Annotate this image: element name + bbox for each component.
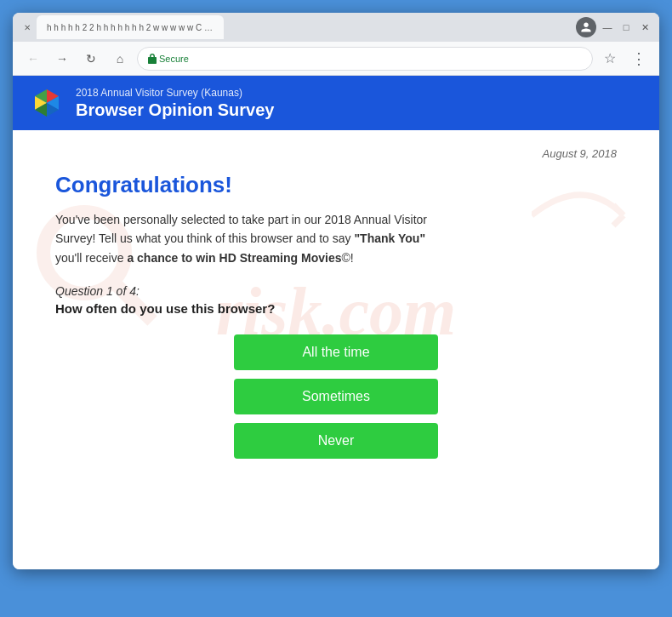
minimize-button[interactable]: — [601, 21, 613, 33]
desc-bold1: "Thank You" [354, 231, 425, 245]
browser-tab[interactable]: h h h h h 2 2 h h h h h h h 2 w w w w w … [37, 15, 224, 39]
maximize-button[interactable]: □ [620, 21, 632, 33]
date-text: August 9, 2018 [55, 147, 617, 160]
secure-icon: Secure [148, 54, 189, 64]
tab-close-icon[interactable]: ✕ [21, 21, 33, 33]
reload-button[interactable]: ↻ [79, 47, 103, 71]
survey-header: 2018 Annual Visitor Survey (Kaunas) Brow… [13, 76, 659, 130]
page-content: 2018 Annual Visitor Survey (Kaunas) Brow… [13, 76, 659, 569]
btn-sometimes[interactable]: Sometimes [234, 379, 438, 414]
desc-bold2: a chance to win HD Streaming Movies [127, 251, 341, 265]
close-button[interactable]: ✕ [639, 21, 651, 33]
window-controls: — □ ✕ [601, 21, 651, 33]
survey-subtitle: 2018 Annual Visitor Survey (Kaunas) [76, 87, 274, 99]
desc-part2: you'll receive [55, 251, 127, 265]
tab-strip: ✕ h h h h h 2 2 h h h h h h h 2 w w w w … [21, 15, 571, 39]
survey-body: risk.com August 9, 2018 Congratulations!… [13, 130, 659, 493]
question-label: Question 1 of 4: [55, 284, 617, 298]
nav-bar: ← → ↻ ⌂ Secure ☆ ⋮ [13, 42, 659, 76]
survey-title: Browser Opinion Survey [76, 100, 274, 120]
cube-icon [30, 86, 64, 120]
profile-icon[interactable] [576, 17, 596, 37]
question-text: How often do you use this browser? [55, 301, 617, 316]
secure-label: Secure [159, 54, 189, 64]
title-bar: ✕ h h h h h 2 2 h h h h h h h 2 w w w w … [13, 13, 659, 42]
btn-all-time[interactable]: All the time [234, 334, 438, 370]
tab-label: h h h h h 2 2 h h h h h h h 2 w w w w w … [47, 23, 214, 32]
btn-never[interactable]: Never [234, 423, 438, 459]
desc-part3: ©! [341, 251, 353, 265]
menu-button[interactable]: ⋮ [627, 47, 651, 71]
back-button[interactable]: ← [21, 47, 45, 71]
address-bar[interactable]: Secure [137, 47, 593, 71]
browser-window: ✕ h h h h h 2 2 h h h h h h h 2 w w w w … [13, 13, 659, 569]
survey-description: You've been personally selected to take … [55, 210, 430, 267]
survey-header-text: 2018 Annual Visitor Survey (Kaunas) Brow… [76, 87, 274, 120]
home-button[interactable]: ⌂ [108, 47, 132, 71]
bookmark-button[interactable]: ☆ [598, 47, 622, 71]
survey-buttons: All the time Sometimes Never [55, 334, 617, 459]
forward-button[interactable]: → [50, 47, 74, 71]
congrats-heading: Congratulations! [55, 172, 617, 198]
